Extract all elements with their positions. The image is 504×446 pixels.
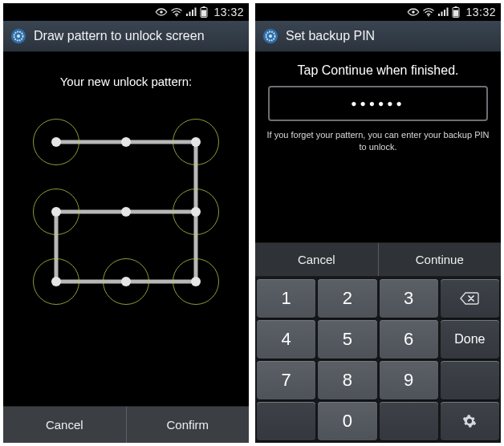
mid-bar: Cancel Continue <box>255 242 501 277</box>
battery-icon <box>452 6 460 18</box>
svg-point-23 <box>269 34 272 38</box>
header: Set backup PIN <box>255 21 501 52</box>
status-bar: 13:32 <box>3 3 249 21</box>
numeric-keypad: 1 2 3 4 5 6 Done 7 8 9 0 <box>255 277 501 443</box>
pattern-caption: Your new unlock pattern: <box>60 75 193 88</box>
pattern-dot-7[interactable] <box>51 277 61 286</box>
svg-point-0 <box>161 10 164 14</box>
pin-caption: Tap Continue when finished. <box>297 63 458 78</box>
phone-pattern-screen: 13:32 Draw pattern to unlock screen Your… <box>3 3 249 443</box>
key-2[interactable]: 2 <box>318 279 376 318</box>
key-1[interactable]: 1 <box>257 279 315 318</box>
pin-input[interactable]: ●●●●●● <box>268 86 489 121</box>
key-3[interactable]: 3 <box>380 279 438 318</box>
svg-rect-5 <box>195 8 197 17</box>
svg-point-1 <box>176 15 177 17</box>
key-5[interactable]: 5 <box>318 320 376 359</box>
status-time: 13:32 <box>213 6 244 18</box>
header-title: Set backup PIN <box>286 29 375 43</box>
svg-rect-3 <box>189 12 191 17</box>
svg-rect-14 <box>438 14 440 16</box>
cancel-button[interactable]: Cancel <box>255 243 378 276</box>
bottom-bar: Cancel Confirm <box>3 406 249 443</box>
pin-body: Tap Continue when finished. ●●●●●● If yo… <box>255 52 501 242</box>
key-0[interactable]: 0 <box>318 402 376 440</box>
pin-help-text: If you forget your pattern, you can ente… <box>263 129 493 153</box>
pattern-body: Your new unlock pattern: <box>3 52 249 406</box>
key-8[interactable]: 8 <box>318 361 376 399</box>
settings-gear-icon <box>262 27 279 45</box>
key-done[interactable]: Done <box>441 320 499 359</box>
svg-rect-20 <box>453 10 458 17</box>
pattern-dot-9[interactable] <box>191 277 201 286</box>
eye-icon <box>407 7 420 17</box>
battery-icon <box>200 6 208 18</box>
svg-point-12 <box>413 10 416 14</box>
signal-icon <box>437 7 449 17</box>
eye-icon <box>155 7 168 17</box>
pattern-dot-3[interactable] <box>191 137 201 147</box>
key-9[interactable]: 9 <box>380 361 438 399</box>
confirm-button[interactable]: Confirm <box>126 407 250 443</box>
key-4[interactable]: 4 <box>257 320 315 359</box>
svg-rect-2 <box>186 14 188 16</box>
key-7[interactable]: 7 <box>257 361 315 399</box>
pattern-dot-5[interactable] <box>121 207 131 217</box>
pattern-dot-8[interactable] <box>121 277 131 286</box>
header: Draw pattern to unlock screen <box>3 21 249 52</box>
wifi-icon <box>171 7 182 17</box>
svg-rect-8 <box>201 10 206 17</box>
header-title: Draw pattern to unlock screen <box>34 29 205 43</box>
status-time: 13:32 <box>465 6 496 18</box>
key-blank-1[interactable] <box>441 361 499 399</box>
key-backspace[interactable] <box>441 279 499 318</box>
dot-grid <box>22 107 230 316</box>
key-blank-3[interactable] <box>380 402 438 440</box>
pattern-grid[interactable] <box>22 107 230 316</box>
signal-icon <box>185 7 197 17</box>
cancel-button[interactable]: Cancel <box>3 407 126 443</box>
key-settings-icon[interactable] <box>441 402 499 440</box>
svg-point-11 <box>17 34 20 38</box>
phone-pin-screen: 13:32 Set backup PIN Tap Continue when f… <box>255 3 501 443</box>
continue-button[interactable]: Continue <box>378 243 502 276</box>
pattern-dot-2[interactable] <box>121 137 131 147</box>
pattern-dot-4[interactable] <box>51 207 61 217</box>
key-blank-2[interactable] <box>257 402 315 440</box>
status-bar: 13:32 <box>255 3 501 21</box>
settings-gear-icon <box>10 27 27 45</box>
svg-point-13 <box>428 15 429 17</box>
wifi-icon <box>423 7 434 17</box>
key-6[interactable]: 6 <box>380 320 438 359</box>
svg-rect-15 <box>441 12 443 17</box>
pattern-dot-1[interactable] <box>51 137 61 147</box>
pattern-dot-6[interactable] <box>191 207 201 217</box>
svg-rect-16 <box>444 10 445 16</box>
svg-rect-4 <box>192 10 193 16</box>
svg-rect-17 <box>447 8 449 17</box>
